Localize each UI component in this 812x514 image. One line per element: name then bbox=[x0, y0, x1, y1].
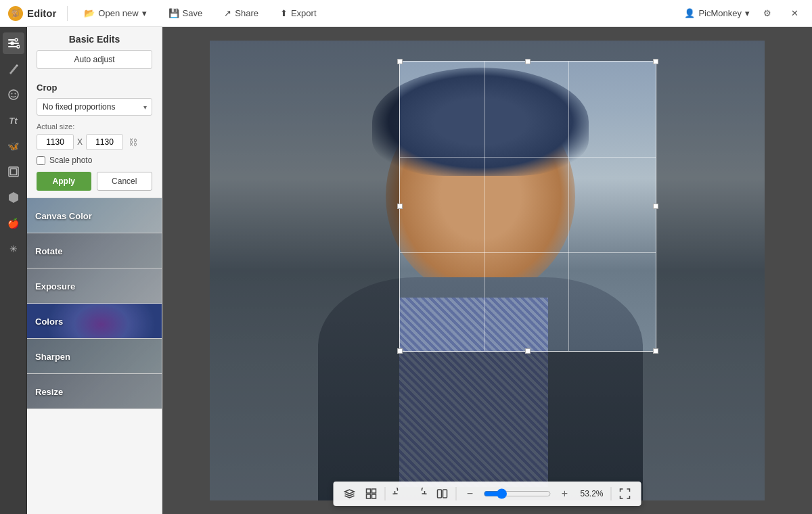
canvas-color-label: Canvas Color bbox=[35, 210, 92, 220]
open-new-chevron: ▾ bbox=[142, 8, 147, 18]
sidebar-item-basic-edits[interactable] bbox=[3, 32, 24, 54]
export-button[interactable]: ⬆ Export bbox=[275, 5, 322, 21]
open-new-button[interactable]: 📂 Open new ▾ bbox=[78, 5, 152, 21]
resize-label: Resize bbox=[35, 386, 63, 396]
svg-point-4 bbox=[17, 45, 20, 48]
compare-button[interactable] bbox=[434, 486, 451, 502]
photo-container bbox=[210, 41, 765, 500]
crop-proportion-select-wrap: No fixed proportions Square 4:3 16:9 3:2… bbox=[37, 98, 152, 116]
sidebar-item-touch-up[interactable] bbox=[3, 58, 24, 80]
brand-label: Editor bbox=[27, 7, 56, 19]
sidebar-item-extras[interactable]: ✳ bbox=[3, 238, 24, 260]
apply-button[interactable]: Apply bbox=[37, 172, 91, 191]
crop-buttons: Apply Cancel bbox=[37, 172, 152, 191]
crop-dim-bottom bbox=[210, 352, 765, 500]
undo-button[interactable] bbox=[391, 486, 407, 502]
resize-card[interactable]: Resize bbox=[27, 374, 162, 409]
sidebar-item-textures[interactable] bbox=[3, 187, 24, 208]
grid-button[interactable] bbox=[363, 486, 380, 502]
crop-dim-top bbox=[210, 41, 765, 61]
x-label: X bbox=[77, 137, 83, 147]
crop-title: Crop bbox=[37, 83, 152, 93]
brand-icon: 🐒 bbox=[8, 6, 23, 21]
topbar-separator bbox=[67, 6, 68, 21]
exposure-card[interactable]: Exposure bbox=[27, 268, 162, 304]
rotate-label: Rotate bbox=[35, 246, 62, 256]
panel-title: Basic Edits bbox=[27, 27, 162, 50]
rotate-card[interactable]: Rotate bbox=[27, 233, 162, 268]
scale-photo-row: Scale photo bbox=[37, 156, 152, 165]
layers-button[interactable] bbox=[342, 486, 358, 502]
user-menu[interactable]: 👤 PicMonkey ▾ bbox=[684, 8, 750, 18]
svg-rect-10 bbox=[10, 169, 16, 175]
sidebar-item-effects[interactable]: 🦋 bbox=[3, 135, 24, 157]
hat-layer bbox=[372, 68, 589, 176]
width-input[interactable] bbox=[37, 134, 74, 150]
svg-point-6 bbox=[9, 90, 18, 99]
scale-photo-checkbox[interactable] bbox=[37, 156, 45, 165]
tool-cards: Canvas Color Rotate Exposure Colors Shar bbox=[27, 198, 162, 409]
svg-rect-17 bbox=[443, 490, 447, 498]
svg-point-7 bbox=[11, 93, 12, 95]
svg-rect-2 bbox=[8, 46, 17, 47]
cancel-button[interactable]: Cancel bbox=[97, 172, 153, 191]
crop-section: Crop No fixed proportions Square 4:3 16:… bbox=[27, 76, 162, 198]
export-icon: ⬆ bbox=[280, 8, 288, 18]
bt-sep3 bbox=[611, 487, 612, 500]
svg-point-8 bbox=[14, 93, 16, 95]
link-dimensions-icon[interactable]: ⛓ bbox=[127, 136, 139, 148]
zoom-in-button[interactable]: + bbox=[557, 486, 573, 502]
brand: 🐒 Editor bbox=[8, 6, 56, 21]
topbar: 🐒 Editor 📂 Open new ▾ 💾 Save ↗ Share ⬆ E… bbox=[0, 0, 812, 27]
save-button[interactable]: 💾 Save bbox=[163, 5, 208, 21]
height-input[interactable] bbox=[86, 134, 123, 150]
share-button[interactable]: ↗ Share bbox=[219, 5, 264, 21]
main: Tt 🦋 🍎 ✳ Basic Edits Auto adjust Crop No… bbox=[0, 27, 812, 514]
scale-photo-label: Scale photo bbox=[49, 156, 92, 165]
svg-rect-14 bbox=[367, 494, 371, 498]
topbar-right: 👤 PicMonkey ▾ ⚙ ✕ bbox=[684, 4, 804, 23]
sidebar-item-frames[interactable] bbox=[3, 161, 24, 183]
size-inputs: X ⛓ bbox=[37, 134, 152, 150]
svg-rect-1 bbox=[8, 39, 15, 41]
svg-point-3 bbox=[15, 39, 18, 41]
fullscreen-button[interactable] bbox=[617, 486, 633, 502]
sidebar-item-overlays[interactable]: 🍎 bbox=[3, 212, 24, 234]
bottom-toolbar: − + 53.2% bbox=[334, 482, 641, 506]
close-button[interactable]: ✕ bbox=[785, 4, 804, 23]
sharpen-card[interactable]: Sharpen bbox=[27, 339, 162, 374]
left-toolbar: Tt 🦋 🍎 ✳ bbox=[0, 27, 27, 514]
crop-proportion-select[interactable]: No fixed proportions Square 4:3 16:9 3:2 bbox=[37, 98, 152, 116]
user-chevron: ▾ bbox=[745, 8, 750, 18]
svg-rect-15 bbox=[372, 494, 376, 498]
settings-button[interactable]: ⚙ bbox=[758, 4, 777, 23]
colors-card[interactable]: Colors bbox=[27, 304, 162, 339]
open-new-icon: 📂 bbox=[84, 8, 95, 18]
zoom-percent: 53.2% bbox=[579, 489, 606, 498]
bt-sep2 bbox=[456, 487, 457, 500]
actual-size-label: Actual size: bbox=[37, 122, 152, 131]
exposure-label: Exposure bbox=[35, 281, 75, 291]
svg-rect-12 bbox=[367, 489, 371, 493]
auto-adjust-button[interactable]: Auto adjust bbox=[37, 50, 152, 69]
sidebar-item-text[interactable]: Tt bbox=[3, 110, 24, 131]
zoom-slider[interactable] bbox=[484, 488, 551, 499]
crop-dim-right bbox=[656, 61, 765, 352]
svg-rect-16 bbox=[438, 490, 442, 498]
canvas-color-card[interactable]: Canvas Color bbox=[27, 198, 162, 233]
side-panel: Basic Edits Auto adjust Crop No fixed pr… bbox=[27, 27, 162, 514]
crop-dim-left bbox=[210, 61, 399, 352]
zoom-out-button[interactable]: − bbox=[462, 486, 478, 502]
bt-sep1 bbox=[385, 487, 386, 500]
redo-button[interactable] bbox=[413, 486, 429, 502]
user-icon: 👤 bbox=[684, 8, 695, 18]
sharpen-label: Sharpen bbox=[35, 351, 70, 361]
svg-rect-13 bbox=[372, 489, 376, 493]
colors-label: Colors bbox=[35, 316, 63, 326]
canvas-area: − + 53.2% bbox=[162, 27, 812, 514]
sidebar-item-face[interactable] bbox=[3, 84, 24, 106]
save-icon: 💾 bbox=[168, 8, 179, 18]
share-icon: ↗ bbox=[224, 8, 231, 18]
svg-marker-11 bbox=[9, 192, 18, 203]
